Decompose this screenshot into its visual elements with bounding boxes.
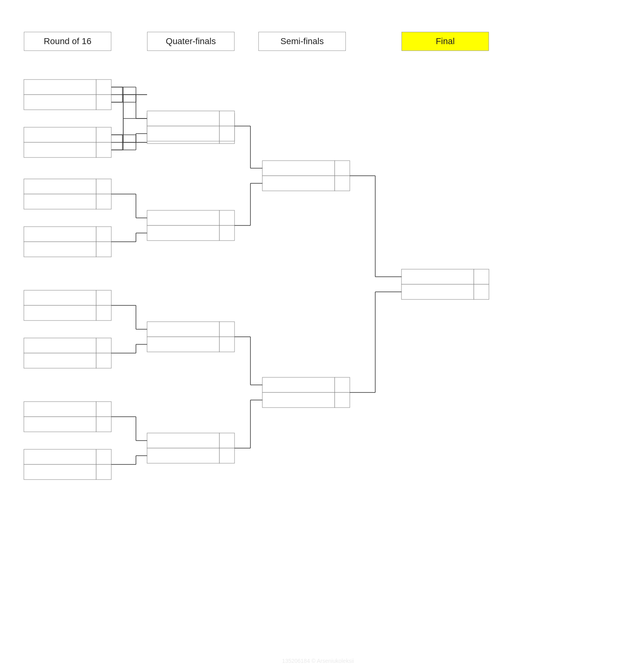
svg-rect-22: [24, 353, 96, 368]
svg-rect-24: [24, 402, 96, 417]
round16-label: Round of 16: [24, 32, 111, 51]
svg-rect-66: [147, 448, 219, 463]
svg-rect-28: [24, 449, 96, 464]
svg-rect-7: [96, 142, 111, 157]
svg-rect-15: [96, 242, 111, 257]
svg-rect-70: [262, 176, 335, 191]
svg-rect-16: [24, 290, 96, 305]
svg-rect-11: [96, 194, 111, 209]
svg-rect-69: [335, 161, 350, 176]
svg-rect-61: [219, 322, 235, 337]
final-label: Final: [401, 32, 489, 51]
svg-rect-64: [147, 433, 219, 448]
svg-rect-77: [474, 269, 489, 284]
svg-rect-26: [24, 417, 96, 432]
bracket-container: Round of 16 Quater-finals Semi-finals Fi…: [0, 0, 636, 672]
svg-rect-68: [262, 161, 335, 176]
svg-rect-20: [24, 338, 96, 353]
semifinals-label: Semi-finals: [258, 32, 346, 51]
svg-rect-78: [401, 284, 474, 299]
svg-rect-55: [219, 126, 235, 141]
svg-rect-2: [24, 95, 96, 110]
svg-rect-17: [96, 290, 111, 305]
svg-rect-25: [96, 402, 111, 417]
svg-rect-59: [219, 225, 235, 241]
svg-rect-9: [96, 179, 111, 194]
svg-rect-60: [147, 322, 219, 337]
svg-rect-72: [262, 377, 335, 392]
svg-rect-23: [96, 353, 111, 368]
svg-rect-71: [335, 176, 350, 191]
svg-rect-19: [96, 305, 111, 320]
svg-rect-75: [335, 392, 350, 408]
svg-rect-27: [96, 417, 111, 432]
svg-rect-31: [96, 464, 111, 480]
svg-rect-74: [262, 392, 335, 408]
svg-rect-62: [147, 337, 219, 352]
svg-rect-4: [24, 127, 96, 142]
svg-rect-13: [96, 227, 111, 242]
svg-rect-56: [147, 210, 219, 225]
svg-rect-65: [219, 433, 235, 448]
svg-rect-3: [96, 95, 111, 110]
svg-rect-76: [401, 269, 474, 284]
svg-rect-8: [24, 179, 96, 194]
svg-rect-73: [335, 377, 350, 392]
svg-rect-18: [24, 305, 96, 320]
svg-rect-6: [24, 142, 96, 157]
svg-rect-53: [219, 111, 235, 126]
svg-rect-57: [219, 210, 235, 225]
svg-rect-0: [24, 80, 96, 95]
quarterfinals-label: Quater-finals: [147, 32, 235, 51]
svg-rect-63: [219, 337, 235, 352]
svg-rect-67: [219, 448, 235, 463]
svg-rect-14: [24, 242, 96, 257]
svg-rect-12: [24, 227, 96, 242]
svg-rect-58: [147, 225, 219, 241]
svg-rect-1: [96, 80, 111, 95]
svg-rect-79: [474, 284, 489, 299]
svg-rect-10: [24, 194, 96, 209]
svg-rect-21: [96, 338, 111, 353]
watermark: 135206184 © Arseniukoleksii: [282, 658, 354, 664]
svg-rect-38: [147, 113, 219, 128]
bracket-svg: [0, 0, 636, 672]
svg-rect-5: [96, 127, 111, 142]
svg-rect-30: [24, 464, 96, 480]
svg-rect-40: [147, 128, 219, 144]
svg-rect-54: [147, 126, 219, 141]
svg-rect-39: [219, 113, 235, 128]
svg-rect-41: [219, 128, 235, 144]
svg-rect-52: [147, 111, 219, 126]
svg-rect-29: [96, 449, 111, 464]
